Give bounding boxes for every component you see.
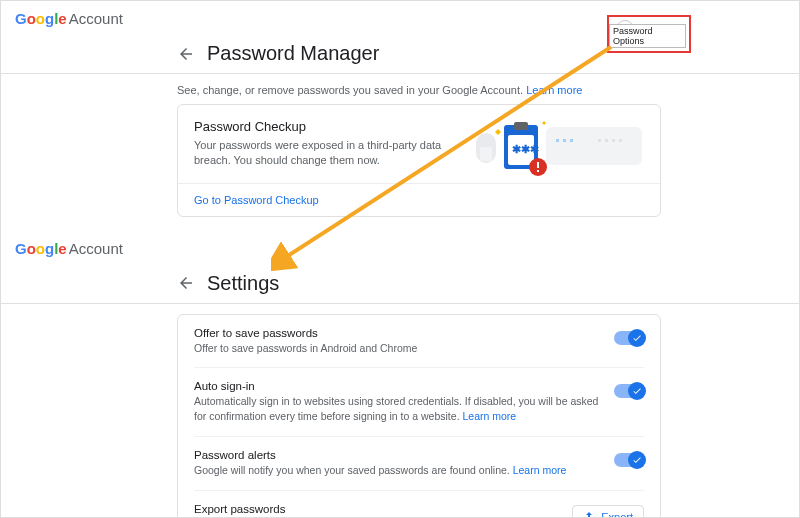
svg-rect-13 <box>537 162 539 168</box>
settings-card: Offer to save passwordsOffer to save pas… <box>177 314 661 518</box>
toggle-switch[interactable] <box>614 453 644 467</box>
export-button[interactable]: Export <box>572 505 644 518</box>
row-title: Password alerts <box>194 449 600 461</box>
upload-icon <box>583 511 595 518</box>
card-desc: Your passwords were exposed in a third-p… <box>194 138 454 169</box>
svg-rect-10 <box>514 122 528 130</box>
go-to-checkup-link[interactable]: Go to Password Checkup <box>194 194 644 206</box>
row-title: Export passwords <box>194 503 558 515</box>
learn-more-link[interactable]: Learn more <box>462 410 516 422</box>
settings-row: Password alertsGoogle will notify you wh… <box>194 437 644 491</box>
svg-rect-14 <box>537 170 539 172</box>
toggle-switch[interactable] <box>614 331 644 345</box>
learn-more-link[interactable]: Learn more <box>513 464 567 476</box>
check-icon <box>628 382 646 400</box>
svg-rect-16 <box>480 147 492 161</box>
toggle-switch[interactable] <box>614 384 644 398</box>
svg-text:✱✱✱: ✱✱✱ <box>512 143 539 155</box>
check-icon <box>628 329 646 347</box>
settings-title: Settings <box>207 272 279 295</box>
row-desc: Offer to save passwords in Android and C… <box>194 341 600 356</box>
check-icon <box>628 451 646 469</box>
learn-more-link-pm[interactable]: Learn more <box>526 84 582 96</box>
password-checkup-card: Password Checkup Your passwords were exp… <box>177 104 661 217</box>
svg-rect-0 <box>546 127 642 165</box>
checkup-illustration: ✱✱✱ <box>468 119 648 179</box>
row-title: Offer to save passwords <box>194 327 600 339</box>
svg-rect-5 <box>605 139 608 142</box>
app-header-2: Google Account <box>1 231 799 266</box>
google-logo-2: Google <box>15 240 67 257</box>
row-desc: Automatically sign in to websites using … <box>194 394 600 423</box>
svg-rect-7 <box>619 139 622 142</box>
svg-rect-6 <box>612 139 615 142</box>
back-arrow-icon-2[interactable] <box>177 274 195 292</box>
gear-tooltip: Password Options <box>609 24 686 48</box>
pm-subtext: See, change, or remove passwords you sav… <box>177 84 659 96</box>
back-arrow-icon[interactable] <box>177 45 195 63</box>
svg-rect-4 <box>598 139 601 142</box>
account-label-1: Account <box>69 10 123 27</box>
settings-row: Offer to save passwordsOffer to save pas… <box>194 315 644 369</box>
pm-page-header: Password Manager <box>177 36 659 73</box>
settings-page-header: Settings <box>177 266 659 303</box>
gear-highlight-box: Password Options <box>607 15 691 53</box>
settings-row: Export passwordsDownload a copy of your … <box>194 491 644 518</box>
row-desc: Google will notify you when your saved p… <box>194 463 600 478</box>
google-logo-1: Google <box>15 10 67 27</box>
svg-rect-2 <box>563 139 566 142</box>
page-title: Password Manager <box>207 42 379 65</box>
svg-rect-1 <box>556 139 559 142</box>
settings-row: Auto sign-inAutomatically sign in to web… <box>194 368 644 436</box>
account-label-2: Account <box>69 240 123 257</box>
svg-rect-3 <box>570 139 573 142</box>
row-title: Auto sign-in <box>194 380 600 392</box>
